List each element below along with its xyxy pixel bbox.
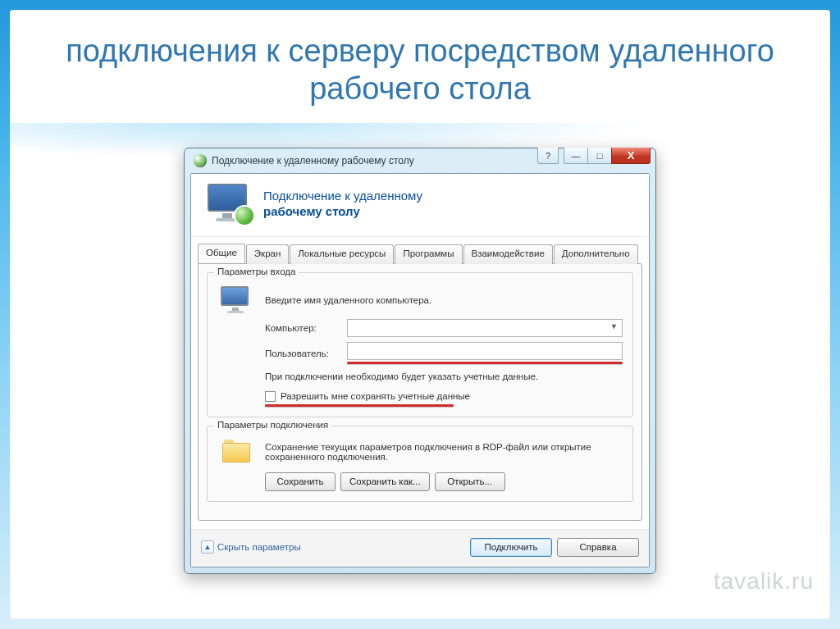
connect-button[interactable]: Подключить — [470, 538, 552, 557]
window-close-button[interactable]: X — [611, 148, 651, 164]
window-maximize-button[interactable]: □ — [587, 148, 612, 164]
tab-advanced[interactable]: Дополнительно — [554, 244, 638, 264]
annotation-underline-user — [347, 362, 623, 364]
help-button[interactable]: Справка — [557, 538, 639, 557]
tab-experience[interactable]: Взаимодействие — [463, 244, 553, 264]
window-help-button[interactable]: ? — [537, 148, 559, 164]
tab-local-resources[interactable]: Локальные ресурсы — [290, 244, 394, 264]
save-button[interactable]: Сохранить — [265, 472, 336, 491]
folder-icon — [222, 440, 252, 464]
logon-prompt: Введите имя удаленного компьютера. — [265, 295, 431, 305]
rdp-app-icon — [194, 154, 207, 167]
save-credentials-label: Разрешить мне сохранять учетные данные — [281, 391, 470, 401]
window-titlebar[interactable]: Подключение к удаленному рабочему столу … — [190, 148, 650, 173]
dialog-footer: ▲ Скрыть параметры Подключить Справка — [191, 529, 649, 567]
chevron-up-icon: ▲ — [201, 540, 214, 554]
tab-display[interactable]: Экран — [246, 244, 289, 264]
tabstrip: Общие Экран Локальные ресурсы Программы … — [191, 237, 649, 263]
open-button[interactable]: Открыть... — [435, 472, 505, 491]
credentials-note: При подключении необходимо будет указать… — [265, 371, 623, 383]
connection-desc: Сохранение текущих параметров подключени… — [265, 442, 623, 462]
group-connection-title: Параметры подключения — [214, 420, 331, 430]
hide-options-link[interactable]: ▲ Скрыть параметры — [201, 540, 301, 554]
computer-label: Компьютер: — [265, 323, 339, 333]
slide-title: подключения к серверу посредством удален… — [10, 10, 830, 117]
rdp-window: Подключение к удаленному рабочему столу … — [184, 148, 656, 574]
user-label: Пользователь: — [265, 349, 339, 358]
computer-combobox[interactable] — [347, 319, 623, 337]
save-as-button[interactable]: Сохранить как... — [340, 472, 430, 491]
window-minimize-button[interactable]: — — [564, 148, 588, 164]
group-logon: Параметры входа Введите имя удаленного к… — [207, 272, 633, 417]
computer-icon — [221, 286, 253, 314]
user-field[interactable] — [347, 342, 623, 360]
rdp-banner-icon — [204, 184, 252, 223]
dialog-banner: Подключение к удаленному рабочему столу — [191, 174, 649, 237]
tabpane-general: Параметры входа Введите имя удаленного к… — [198, 263, 642, 521]
tab-general[interactable]: Общие — [198, 244, 245, 263]
group-connection: Параметры подключения Сохранение текущих… — [207, 426, 633, 502]
banner-text: Подключение к удаленному рабочему столу — [263, 188, 422, 220]
save-credentials-checkbox[interactable] — [265, 391, 276, 402]
tab-programs[interactable]: Программы — [395, 244, 462, 264]
group-logon-title: Параметры входа — [214, 267, 299, 276]
watermark: tavalik.ru — [714, 568, 814, 595]
annotation-underline-savecreds — [265, 404, 454, 407]
